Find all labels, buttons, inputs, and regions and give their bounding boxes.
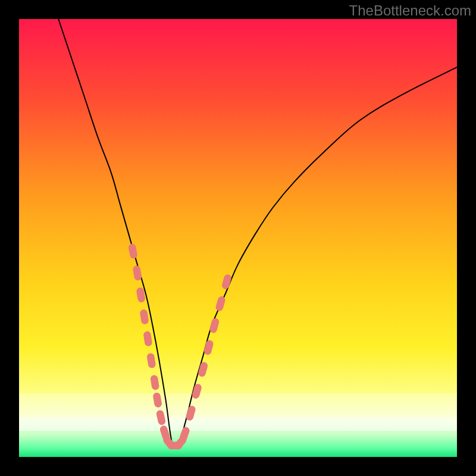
curve-marker [185,405,196,421]
curve-marker [139,309,149,325]
chart-root: TheBottleneck.com [0,0,476,476]
plot-area [19,19,457,457]
curve-marker [156,409,167,425]
curve-marker [215,296,226,312]
curve-marker [203,339,214,355]
marker-group [128,243,232,452]
curve-marker [209,317,220,333]
curve-marker [152,392,162,408]
curve-marker [150,375,159,391]
bottleneck-curve [58,19,457,449]
curve-marker [132,265,142,281]
curve-layer [19,19,457,457]
watermark-text: TheBottleneck.com [349,2,471,19]
curve-marker [146,353,156,369]
curve-marker [128,243,138,259]
curve-marker [143,331,152,347]
